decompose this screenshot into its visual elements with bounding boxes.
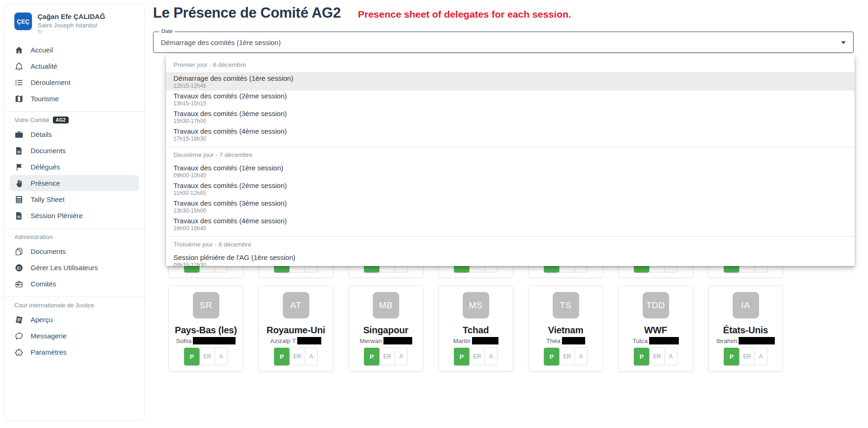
sidebar-item-label: Tally Sheet (31, 195, 64, 203)
delegate-card: MS Tchad Martin PERA (438, 285, 513, 372)
users-icon (14, 263, 24, 272)
absent-button[interactable]: A (665, 348, 677, 365)
sidebar-item-label: Présence (31, 179, 60, 187)
session-option[interactable]: Travaux des comités (1ère session) 09h00… (166, 162, 855, 180)
present-button[interactable]: P (544, 348, 559, 365)
session-option[interactable]: Travaux des comités (4ème session) 17h15… (166, 126, 855, 143)
session-option[interactable]: Travaux des comités (3ème session) 13h30… (166, 198, 855, 215)
delegate-card: MB Singapour Merwan PERA (348, 285, 423, 372)
country-name: Tchad (439, 325, 513, 336)
session-option[interactable]: Travaux des comités (2ème session) 13h15… (166, 91, 855, 108)
sidebar-item-parametres[interactable]: Paramètres (10, 344, 139, 360)
late-button[interactable]: ER (199, 348, 215, 365)
redaction-bar (562, 337, 585, 344)
present-button[interactable]: P (364, 348, 379, 365)
sidebar-item-details[interactable]: Détails (10, 126, 139, 143)
sidebar-item-delegues[interactable]: Délégués (10, 159, 139, 175)
profile-school: Saint Joseph Istanbul (38, 21, 105, 30)
sidebar-item-label: Paramètres (31, 348, 67, 356)
briefcase-icon (14, 130, 24, 139)
divider (4, 228, 145, 229)
absent-button[interactable]: A (305, 348, 318, 365)
delegate-name: Tulca (619, 337, 693, 344)
avatar: MB (373, 292, 399, 318)
delegate-first-name: Tulca (632, 337, 648, 344)
delegate-name: Ibrahim (708, 337, 783, 344)
late-button[interactable]: ER (379, 348, 395, 365)
list-icon (14, 78, 24, 87)
attendance-toggle[interactable]: PERA (364, 348, 408, 365)
late-button[interactable]: ER (469, 348, 485, 365)
attendance-toggle[interactable]: PERA (544, 348, 587, 365)
sidebar-item-accueil[interactable]: Accueil (10, 42, 139, 58)
sidebar-item-label: Documents (31, 147, 66, 155)
delegate-card: IA États-Unis Ibrahim PERA (708, 285, 783, 372)
attendance-toggle[interactable]: PERA (634, 348, 677, 365)
absent-button[interactable]: A (395, 348, 408, 365)
sidebar-item-apercu[interactable]: Aperçu (10, 311, 139, 328)
sidebar-item-documents[interactable]: Documents (10, 143, 139, 159)
redaction-bar (739, 337, 775, 344)
session-option[interactable]: Travaux des comités (2ème session) 11h00… (166, 180, 855, 198)
sidebar-item-actualite[interactable]: Actualité (10, 58, 139, 74)
sidebar-item-presence[interactable]: Présence (10, 175, 139, 191)
sidebar-item-label: Aperçu (31, 316, 53, 324)
sidebar-item-session-pleniere[interactable]: Séssion Plénière (10, 208, 139, 224)
late-button[interactable]: ER (289, 348, 305, 365)
sidebar-item-label: Actualité (31, 62, 57, 70)
toolbox-icon (14, 279, 24, 289)
date-select[interactable]: Date Démarrage des comités (1ère session… (153, 32, 854, 53)
delegate-name: Théa (529, 337, 603, 344)
sidebar-item-admin-documents[interactable]: Documents (10, 243, 139, 259)
attendance-toggle[interactable]: PERA (454, 348, 498, 365)
present-button[interactable]: P (454, 348, 469, 365)
session-option[interactable]: Travaux des comités (3ème session) 15h30… (166, 108, 855, 126)
present-button[interactable]: P (634, 348, 649, 365)
session-option[interactable]: Session plénière de l'AG (1ère session) … (166, 252, 855, 266)
absent-button[interactable]: A (575, 348, 587, 365)
country-name: WWF (619, 325, 693, 336)
page-title: Le Présence de Comité AG2 (153, 5, 341, 21)
country-name: Pays-Bas (les) (169, 325, 243, 336)
section-header-cij: Cour internationale de Justice (10, 302, 139, 309)
redaction-bar (297, 337, 321, 344)
delegate-card: TDD WWF Tulca PERA (618, 285, 693, 372)
attendance-toggle[interactable]: PERA (724, 348, 767, 365)
sidebar-item-comites[interactable]: Comités (10, 276, 139, 292)
sidebar-item-gerer-utilisateurs[interactable]: Gérer Les Utilisateurs (10, 259, 139, 276)
section-header-votre-comite: Votre Comité AG2 (10, 117, 139, 123)
session-option[interactable]: Travaux des comités (4ème session) 16h00… (166, 215, 855, 233)
chevron-down-icon (841, 41, 846, 44)
present-button[interactable]: P (274, 348, 289, 365)
attendance-toggle[interactable]: PERA (274, 348, 318, 365)
avatar: TS (553, 292, 579, 318)
bell-icon (14, 62, 24, 71)
late-button[interactable]: ER (559, 348, 575, 365)
profile-block[interactable]: ÇEÇ Çağan Efe ÇALIDAĞ Saint Joseph Istan… (14, 13, 137, 35)
absent-button[interactable]: A (485, 348, 498, 365)
sidebar-item-tally-sheet[interactable]: Tally Sheet (10, 191, 139, 208)
school-logo: ÇEÇ (14, 13, 32, 30)
avatar: IA (733, 292, 759, 318)
attendance-toggle[interactable]: PERA (184, 348, 228, 365)
present-button[interactable]: P (184, 348, 199, 365)
document-icon (14, 146, 24, 156)
late-button[interactable]: ER (739, 348, 755, 365)
redaction-bar (193, 337, 236, 344)
home-icon (14, 45, 24, 55)
section-header-label: Administration (14, 233, 52, 240)
sidebar-item-deroulement[interactable]: Déroulement (10, 74, 139, 91)
session-option-selected[interactable]: Démarrage des comités (1ère session) 12h… (166, 73, 855, 91)
redaction-bar (472, 337, 498, 344)
date-select-label: Date (159, 28, 175, 34)
absent-button[interactable]: A (215, 348, 228, 365)
hand-icon (14, 179, 24, 188)
absent-button[interactable]: A (755, 348, 767, 365)
redaction-bar (383, 337, 412, 344)
delegate-name: Martin (439, 337, 513, 344)
present-button[interactable]: P (724, 348, 739, 365)
delegate-first-name: Azizalp T (270, 337, 296, 344)
sidebar-item-tourisme[interactable]: Tourisme (10, 91, 139, 107)
late-button[interactable]: ER (649, 348, 665, 365)
sidebar-item-messagerie[interactable]: Messagerie (10, 328, 139, 344)
